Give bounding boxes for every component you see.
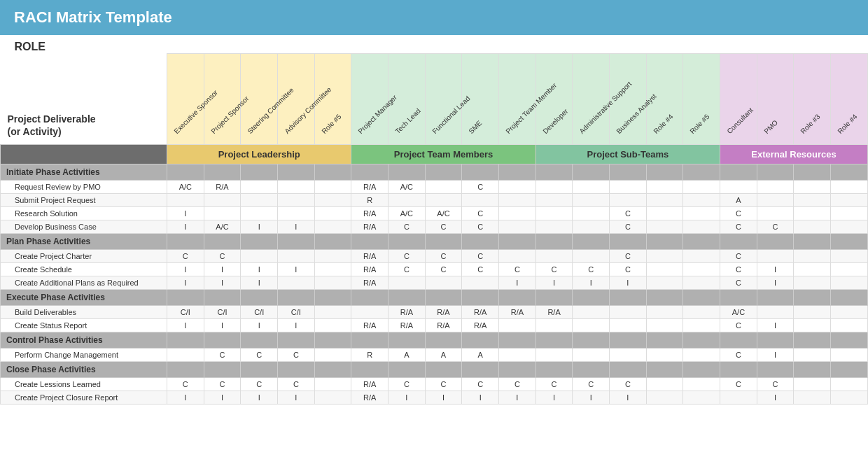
row-create-project-closure-report: Create Project Closure Report IIII R/AII… [1,391,868,404]
role-header-role4-e: Role #4 [831,53,868,144]
raci-table: ROLE Project Deliverable(or Activity) Ex… [0,35,868,405]
role-header-project-manager: Project Manager [351,53,388,144]
phase-plan: Plan Phase Activities [1,233,868,249]
activity-build-deliverables: Build Deliverables [1,305,167,318]
row-research-solution: Research Solution I R/AA/CA/CC C C [1,206,868,220]
activity-header-cell: Project Deliverable(or Activity) [1,53,167,144]
phase-close: Close Phase Activities [1,361,868,377]
group-leadership-header: Project Leadership [167,144,351,164]
phase-execute: Execute Phase Activities [1,289,868,305]
activity-create-schedule: Create Schedule [1,262,167,276]
row-create-project-charter: Create Project Charter CC R/ACCC C C [1,249,868,262]
activity-develop-business-case: Develop Business Case [1,220,167,233]
activity-create-project-charter: Create Project Charter [1,249,167,262]
role-header-functional-lead: Functional Lead [425,53,462,144]
role-label-cell: ROLE [1,35,167,53]
header: RACI Matrix Template [0,0,868,35]
phase-control-label: Control Phase Activities [1,332,167,348]
row-create-schedule: Create Schedule IIII R/ACCCC CCC CI [1,262,868,276]
role-header-role5-s: Role #5 [683,53,720,144]
row-perform-change-management: Perform Change Management CCC RAAA CI [1,348,868,361]
row-submit-project-request: Submit Project Request R A [1,193,868,206]
role-header-pmo: PMO [757,53,794,144]
activity-create-additional-plans: Create Additional Plans as Required [1,276,167,289]
role-header-role3-e: Role #3 [794,53,831,144]
group-external-header: External Resources [720,144,868,164]
group-subteams-header: Project Sub-Teams [536,144,720,164]
activity-create-project-closure-report: Create Project Closure Report [1,391,167,404]
phase-execute-label: Execute Phase Activities [1,289,167,305]
activity-perform-change-management: Perform Change Management [1,348,167,361]
row-create-status-report: Create Status Report IIII R/AR/AR/AR/A C… [1,318,868,332]
row-request-review: Request Review by PMO A/CR/A R/AA/CC [1,180,868,193]
phase-plan-label: Plan Phase Activities [1,233,167,249]
phase-close-label: Close Phase Activities [1,361,167,377]
row-create-lessons-learned: Create Lessions Learned CCCC R/ACCCC CCC… [1,377,868,391]
page-wrapper: RACI Matrix Template ROLE Project Delive… [0,0,868,405]
role-label-row: ROLE [1,35,868,53]
activity-request-review: Request Review by PMO [1,180,167,193]
diagonal-header-row: Project Deliverable(or Activity) Executi… [1,53,868,144]
role-header-project-team-member: Project Team Member [499,53,536,144]
activity-research-solution: Research Solution [1,206,167,220]
group-header-row: Project Leadership Project Team Members … [1,144,868,164]
role-label-spacer [167,35,868,53]
activity-create-lessons-learned: Create Lessions Learned [1,377,167,391]
activity-create-status-report: Create Status Report [1,318,167,332]
phase-initiate: Initiate Phase Activities [1,164,868,180]
phase-control: Control Phase Activities [1,332,868,348]
role-header-consultant: Consultant [720,53,757,144]
phase-initiate-label: Initiate Phase Activities [1,164,167,180]
row-develop-business-case: Develop Business Case IA/CII R/ACCC C CC [1,220,868,233]
role-header-executive-sponsor: Executive Sponsor [167,53,204,144]
role-header-admin-support: Administrative Support [573,53,610,144]
activity-submit-project-request: Submit Project Request [1,193,167,206]
row-create-additional-plans: Create Additional Plans as Required III … [1,276,868,289]
group-team-header: Project Team Members [351,144,536,164]
page-title: RACI Matrix Template [14,8,172,26]
matrix-container: ROLE Project Deliverable(or Activity) Ex… [0,35,868,405]
group-activity-label [1,144,167,164]
row-build-deliverables: Build Deliverables C/IC/IC/IC/I R/AR/AR/… [1,305,868,318]
